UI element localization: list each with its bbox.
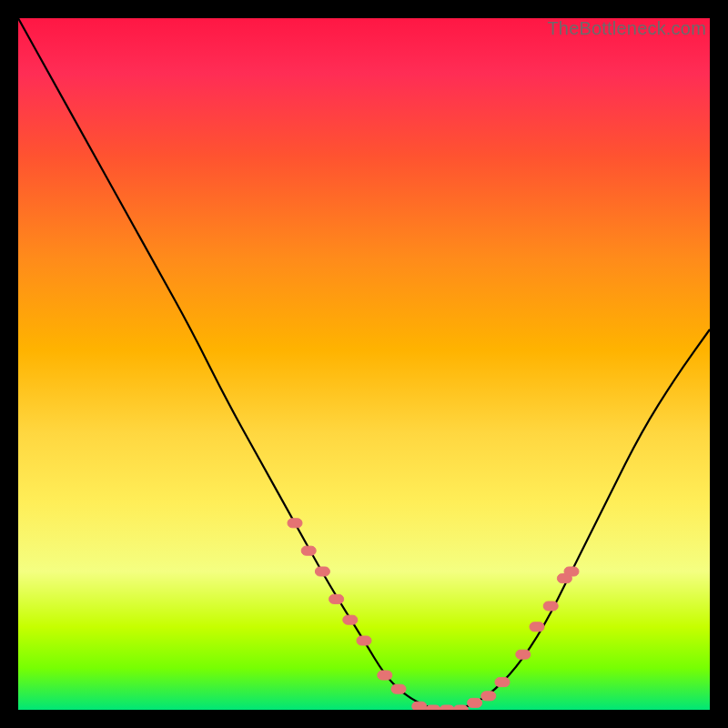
- curve-marker: [288, 519, 302, 528]
- curve-marker: [378, 671, 392, 680]
- curve-marker: [357, 636, 371, 645]
- curve-marker: [516, 650, 531, 659]
- curve-marker: [495, 678, 510, 687]
- curve-marker: [564, 567, 579, 576]
- curve-marker: [343, 615, 358, 624]
- marker-group: [288, 519, 579, 710]
- curve-marker: [301, 546, 316, 555]
- chart-outer-frame: TheBottleneck.com: [0, 0, 728, 728]
- curve-marker: [391, 684, 406, 693]
- curve-marker: [453, 705, 468, 710]
- curve-marker: [426, 705, 440, 710]
- curve-marker: [315, 567, 329, 576]
- curve-marker: [530, 622, 544, 632]
- chart-plot-area: TheBottleneck.com: [18, 18, 710, 710]
- curve-marker: [440, 705, 454, 710]
- bottleneck-curve-path: [18, 18, 710, 710]
- curve-marker: [468, 698, 482, 707]
- curve-marker: [481, 692, 496, 701]
- curve-marker: [543, 602, 558, 611]
- curve-marker: [329, 594, 344, 603]
- curve-marker: [412, 702, 427, 710]
- bottleneck-chart-svg: [18, 18, 710, 710]
